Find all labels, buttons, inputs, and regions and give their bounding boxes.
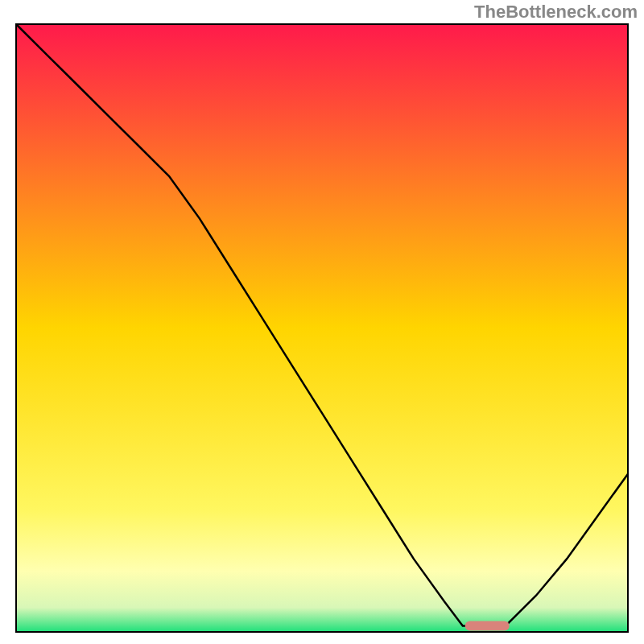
optimum-marker [465,621,510,630]
chart-svg [0,0,644,644]
chart-container: { "watermark": "TheBottleneck.com", "cha… [0,0,644,644]
watermark-text: TheBottleneck.com [474,2,638,23]
